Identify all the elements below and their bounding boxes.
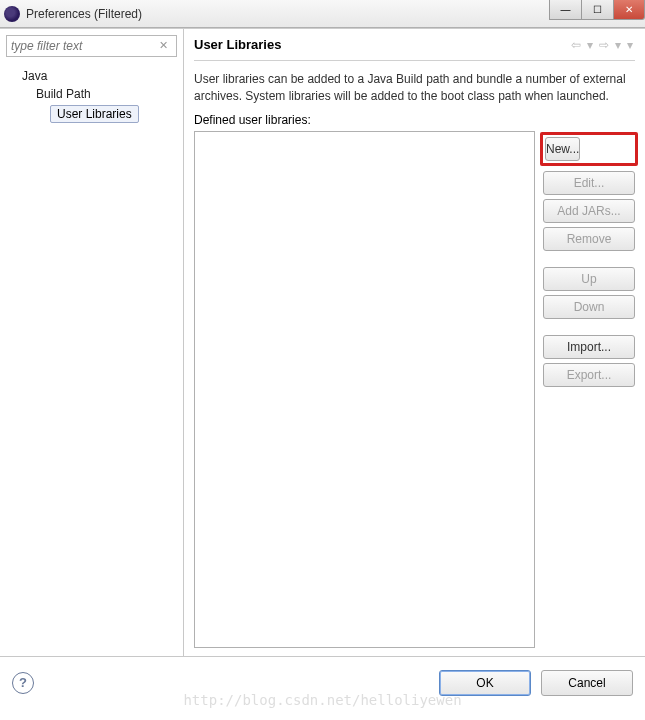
page-header: User Libraries ⇦ ▾ ⇨ ▾ ▾ [194,37,635,61]
back-icon[interactable]: ⇦ [569,38,583,52]
import-button[interactable]: Import... [543,335,635,359]
main-area: ✕ Java Build Path User Libraries User Li… [0,28,645,656]
tree-item-java[interactable]: Java [8,67,175,85]
filter-input[interactable] [6,35,177,57]
tree-item-user-libraries[interactable]: User Libraries [50,105,139,123]
menu-icon[interactable]: ▾ [625,38,635,52]
help-icon[interactable]: ? [12,672,34,694]
page-title: User Libraries [194,37,281,52]
right-panel: User Libraries ⇦ ▾ ⇨ ▾ ▾ User libraries … [184,29,645,656]
app-icon [4,6,20,22]
nav-icons: ⇦ ▾ ⇨ ▾ ▾ [569,38,635,52]
back-menu-icon[interactable]: ▾ [585,38,595,52]
window-controls: — ☐ ✕ [549,0,645,20]
edit-button[interactable]: Edit... [543,171,635,195]
libraries-list[interactable] [194,131,535,648]
maximize-button[interactable]: ☐ [581,0,613,20]
defined-libraries-label: Defined user libraries: [194,113,635,131]
new-button[interactable]: New... [545,137,580,161]
footer: ? OK Cancel [0,656,645,708]
footer-buttons: OK Cancel [439,670,633,696]
remove-button[interactable]: Remove [543,227,635,251]
cancel-button[interactable]: Cancel [541,670,633,696]
clear-filter-icon[interactable]: ✕ [159,39,173,53]
export-button[interactable]: Export... [543,363,635,387]
forward-icon[interactable]: ⇨ [597,38,611,52]
highlight-box: New... [540,132,638,166]
preferences-tree: Java Build Path User Libraries [6,63,177,127]
forward-menu-icon[interactable]: ▾ [613,38,623,52]
page-description: User libraries can be added to a Java Bu… [194,61,635,113]
window-title: Preferences (Filtered) [26,7,142,21]
left-panel: ✕ Java Build Path User Libraries [0,29,184,656]
close-button[interactable]: ✕ [613,0,645,20]
content-row: New... Edit... Add JARs... Remove Up Dow… [194,131,635,648]
down-button[interactable]: Down [543,295,635,319]
up-button[interactable]: Up [543,267,635,291]
title-bar: Preferences (Filtered) — ☐ ✕ [0,0,645,28]
filter-wrapper: ✕ [6,35,177,57]
button-column: New... Edit... Add JARs... Remove Up Dow… [543,131,635,648]
ok-button[interactable]: OK [439,670,531,696]
tree-item-build-path[interactable]: Build Path [8,85,175,103]
add-jars-button[interactable]: Add JARs... [543,199,635,223]
minimize-button[interactable]: — [549,0,581,20]
